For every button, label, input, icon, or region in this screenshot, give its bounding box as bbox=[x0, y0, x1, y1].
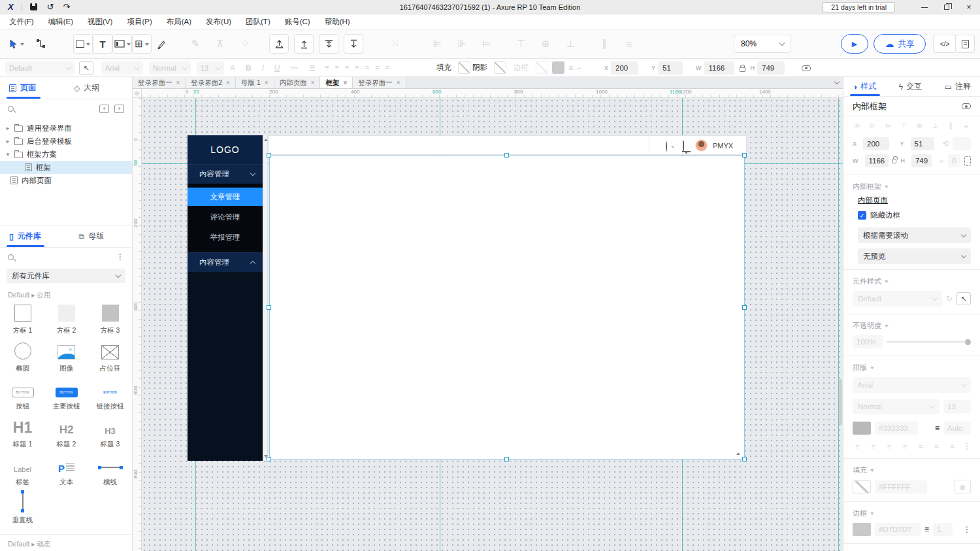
align-right-icon[interactable]: ⊨ bbox=[884, 122, 893, 130]
widget-box2[interactable]: 方框 2 bbox=[44, 300, 88, 338]
distribute-v-icon[interactable]: ≡ bbox=[962, 122, 971, 130]
widget-box3[interactable]: 方框 3 bbox=[88, 300, 132, 338]
close-icon[interactable]: × bbox=[343, 79, 347, 86]
font-weight-select[interactable]: Normal bbox=[149, 61, 191, 75]
tab-notes[interactable]: ▭注释 bbox=[945, 81, 971, 92]
close-icon[interactable]: × bbox=[311, 79, 315, 86]
selection-handle-ne[interactable] bbox=[742, 153, 747, 158]
close-icon[interactable]: × bbox=[265, 79, 269, 86]
redo-icon[interactable]: ↷ bbox=[63, 3, 71, 11]
w-input[interactable]: 1166 bbox=[704, 61, 734, 75]
y-input[interactable]: 51 bbox=[658, 61, 683, 75]
bring-forward-icon[interactable] bbox=[294, 34, 314, 54]
selection-handle-n[interactable] bbox=[504, 153, 509, 158]
design-viewport[interactable]: LOGO 内容管理 文章管理 评论管理 举报管理 内容管理 PMYX bbox=[142, 98, 843, 551]
design-logo[interactable]: LOGO bbox=[188, 135, 263, 164]
align-text-right-icon[interactable]: ≡ bbox=[345, 63, 349, 71]
corner-radius-input[interactable]: 0 bbox=[948, 154, 960, 167]
canvas-tab[interactable]: 母版 1× bbox=[236, 77, 274, 88]
menu-help[interactable]: 帮助(H) bbox=[325, 17, 350, 27]
widget-primary-button[interactable]: BUTTON主要按钮 bbox=[44, 376, 88, 414]
viewport-scrollbar-thumb[interactable] bbox=[839, 379, 842, 425]
shadow-swatch[interactable] bbox=[494, 61, 506, 74]
x-input[interactable]: 200 bbox=[611, 61, 638, 75]
add-page-icon[interactable]: + bbox=[99, 105, 109, 113]
connector-tool-icon[interactable] bbox=[31, 34, 51, 54]
h-input[interactable]: 749 bbox=[911, 154, 932, 167]
section-shadow[interactable]: 阴影 bbox=[843, 544, 980, 551]
search-icon[interactable] bbox=[8, 254, 14, 260]
widget-box1[interactable]: 方框 1 bbox=[1, 300, 44, 338]
undo-icon[interactable]: ↺ bbox=[47, 3, 54, 11]
line-height-icon[interactable]: ≡ bbox=[935, 424, 939, 433]
menu-team[interactable]: 团队(T) bbox=[246, 17, 270, 27]
align-text-top-icon[interactable]: = bbox=[916, 442, 926, 450]
line-height-input[interactable]: Auto bbox=[943, 422, 971, 435]
canvas-tab-active[interactable]: 框架× bbox=[320, 77, 353, 88]
inner-frame-widget[interactable] bbox=[269, 156, 745, 459]
font-color-icon[interactable]: A bbox=[230, 63, 235, 73]
design-submenu-item[interactable]: 举报管理 bbox=[188, 228, 263, 246]
widget-link-button[interactable]: BUTTON链接按钮 bbox=[88, 376, 132, 414]
design-menu-group-2[interactable]: 内容管理 bbox=[188, 252, 263, 272]
section-widget-style[interactable]: 元件样式 bbox=[843, 270, 980, 289]
edit-style-button[interactable]: ↖ bbox=[956, 292, 971, 305]
design-menu-group-1[interactable]: 内容管理 bbox=[188, 164, 263, 184]
section-border[interactable]: 边框 bbox=[843, 502, 980, 521]
menu-project[interactable]: 项目(P) bbox=[127, 17, 152, 27]
widget-label[interactable]: Label标签 bbox=[1, 452, 44, 490]
align-top-icon[interactable]: ⊤ bbox=[900, 122, 909, 130]
font-family-select[interactable]: Arial bbox=[101, 61, 143, 75]
italic-icon[interactable]: I bbox=[262, 63, 264, 73]
distribute-v-icon[interactable]: ≡ bbox=[619, 34, 639, 54]
menu-view[interactable]: 视图(V) bbox=[88, 17, 112, 27]
box-tool-icon[interactable] bbox=[112, 34, 132, 54]
more-typography-icon[interactable]: ⋮ bbox=[963, 442, 971, 451]
design-topbar[interactable]: PMYX bbox=[268, 135, 747, 155]
align-left-icon[interactable]: ⊫ bbox=[853, 122, 862, 130]
trial-badge[interactable]: 21 days left in trial bbox=[823, 2, 895, 12]
border-width-icon[interactable]: ≡ bbox=[568, 63, 573, 73]
crop-icon[interactable]: ⊼ bbox=[210, 34, 230, 54]
close-icon[interactable]: × bbox=[397, 79, 400, 86]
send-to-back-icon[interactable] bbox=[344, 34, 363, 54]
border-style-icon[interactable]: ⌐ bbox=[577, 63, 581, 73]
canvas-tab[interactable]: 登录界面一× bbox=[353, 77, 406, 88]
tab-overflow-chevron-icon[interactable] bbox=[834, 79, 840, 84]
canvas-tab[interactable]: 登录界面2× bbox=[186, 77, 236, 88]
minimize-button[interactable] bbox=[913, 0, 936, 14]
send-backward-icon[interactable] bbox=[319, 34, 338, 54]
tree-item-page-selected[interactable]: 框架 bbox=[0, 161, 132, 174]
tree-item-folder[interactable]: ▾ 框架方案 bbox=[0, 148, 132, 161]
menu-file[interactable]: 文件(F) bbox=[9, 17, 34, 27]
update-style-button[interactable]: ↖ bbox=[79, 61, 93, 75]
close-icon[interactable]: × bbox=[226, 79, 230, 86]
opacity-slider[interactable] bbox=[887, 341, 971, 342]
tab-library[interactable]: ▯ 元件库 bbox=[9, 231, 41, 242]
search-icon[interactable] bbox=[666, 142, 667, 151]
selection-handle-se[interactable] bbox=[742, 457, 747, 461]
align-middle-icon[interactable]: ⊕ bbox=[536, 34, 555, 54]
fill-image-button[interactable]: ▣ bbox=[954, 480, 971, 494]
add-folder-icon[interactable]: + bbox=[114, 105, 124, 113]
align-text-middle-icon[interactable]: = bbox=[932, 442, 941, 450]
kebab-menu-icon[interactable]: ⋮ bbox=[116, 252, 124, 261]
tree-item-page[interactable]: 内部页面 bbox=[0, 174, 132, 187]
widget-hline[interactable]: 横线 bbox=[88, 452, 132, 490]
align-text-center-icon[interactable]: ≡ bbox=[868, 442, 878, 450]
align-middle-icon[interactable]: ⊕ bbox=[915, 122, 924, 130]
table-tool-icon[interactable]: ⊞ bbox=[132, 34, 152, 54]
align-text-left-icon[interactable]: ≡ bbox=[853, 442, 862, 450]
distribute-h-icon[interactable]: ∥ bbox=[946, 122, 955, 130]
align-text-bottom-icon[interactable]: = bbox=[385, 63, 389, 71]
menu-arrange[interactable]: 布局(A) bbox=[167, 17, 191, 27]
zoom-select[interactable]: 80% bbox=[734, 35, 791, 53]
border-color-swatch[interactable] bbox=[853, 523, 871, 536]
hide-border-row[interactable]: ✓ 隐藏边框 bbox=[843, 207, 980, 222]
distribute-h-icon[interactable]: ∥ bbox=[595, 34, 614, 54]
selection-handle-e[interactable] bbox=[742, 305, 747, 310]
bell-icon[interactable] bbox=[683, 141, 684, 150]
tab-pages[interactable]: 页面 bbox=[9, 82, 36, 93]
preview-button[interactable]: ▶ bbox=[841, 34, 868, 54]
widget-vline[interactable]: 垂直线 bbox=[1, 490, 44, 527]
